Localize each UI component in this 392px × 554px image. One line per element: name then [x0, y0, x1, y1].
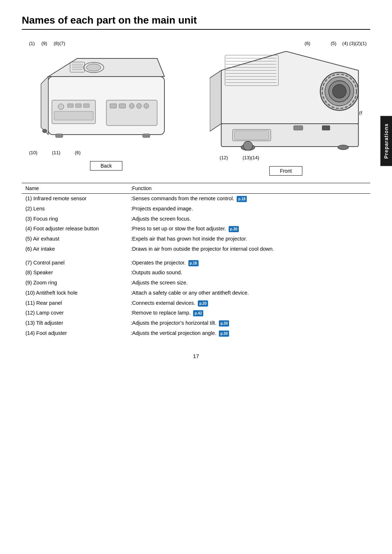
svg-rect-44	[294, 126, 303, 130]
front-projector-svg: (6)	[210, 48, 362, 154]
part-function: :Attach a safety cable or any other anti…	[131, 289, 370, 297]
part-function: :Senses commands from the remote control…	[131, 195, 370, 203]
back-top-annotations: (1) (9) (8)(7)	[22, 41, 191, 46]
anno-1: (1)	[29, 41, 35, 46]
page-ref-badge: p.18	[188, 260, 199, 266]
header-function: :Function	[131, 185, 370, 191]
diagrams-section: (1) (9) (8)(7)	[22, 41, 370, 176]
list-item: (14) Foot adjuster:Adjusts the vertical …	[22, 328, 370, 338]
back-bottom-annotations: (10) (11) (6)	[22, 150, 191, 155]
anno-9: (9)	[41, 41, 47, 46]
part-name: (14) Foot adjuster	[22, 329, 131, 337]
list-item: (7) Control panel:Operates the projector…	[22, 258, 370, 268]
part-function: :Operates the projector. p.18	[131, 259, 370, 267]
page-ref-badge: p.30	[219, 331, 229, 337]
part-name: (4) Foot adjuster release button	[22, 225, 131, 233]
part-name: (1) Infrared remote sensor	[22, 195, 131, 203]
page-ref-badge: p.42	[193, 310, 203, 316]
svg-text:(6): (6)	[359, 110, 362, 115]
svg-point-13	[129, 103, 134, 108]
part-function: :Adjusts the projector’s horizontal tilt…	[131, 319, 370, 327]
front-label-row: Front	[269, 164, 302, 176]
list-item: (8) Speaker:Outputs audio sound.	[22, 268, 370, 278]
list-item: (6) Air intake:Draws in air from outside…	[22, 244, 370, 254]
header-name: Name	[22, 185, 131, 191]
part-function: :Press to set up or stow the foot adjust…	[131, 225, 370, 233]
svg-rect-43	[322, 126, 330, 130]
page-title: Names of each part on the main unit	[22, 15, 370, 30]
page-ref-badge: p.18	[237, 196, 247, 202]
part-name: (2) Lens	[22, 205, 131, 213]
part-function: :Remove to replace lamp. p.42	[131, 309, 370, 317]
part-name: (6) Air intake	[22, 245, 131, 253]
part-name: (11) Rear panel	[22, 299, 131, 307]
part-function: :Connects external devices. p.20	[131, 299, 370, 307]
svg-point-17	[58, 104, 64, 110]
back-button: Back	[90, 161, 122, 171]
anno-4321: (4) (3)(2)(1)	[342, 41, 367, 46]
part-function: :Adjusts the screen size.	[131, 279, 370, 287]
list-item: (4) Foot adjuster release button:Press t…	[22, 224, 370, 234]
list-item: (10) Antitheft lock hole:Attach a safety…	[22, 288, 370, 298]
front-bottom-annotations: (12) (13)(14)	[201, 155, 370, 160]
svg-point-24	[42, 129, 47, 133]
part-function: :Outputs audio sound.	[131, 269, 370, 277]
list-item: (5) Air exhaust:Expels air that has grow…	[22, 234, 370, 244]
list-item: (1) Infrared remote sensor:Senses comman…	[22, 194, 370, 204]
parts-table-header: Name :Function	[22, 183, 370, 194]
parts-section: Name :Function (1) Infrared remote senso…	[22, 183, 370, 338]
svg-rect-12	[119, 104, 126, 108]
svg-rect-11	[110, 104, 117, 108]
svg-rect-19	[75, 104, 81, 107]
part-function: :Adjusts the screen focus.	[131, 215, 370, 223]
part-name: (3) Focus ring	[22, 215, 131, 223]
part-name: (7) Control panel	[22, 259, 131, 267]
svg-marker-37	[210, 70, 221, 131]
part-name: (12) Lamp cover	[22, 309, 131, 317]
back-projector-svg	[34, 48, 179, 149]
page-ref-badge: p.20	[198, 300, 208, 307]
part-name: (9) Zoom ring	[22, 279, 131, 287]
list-item: (9) Zoom ring:Adjusts the screen size.	[22, 278, 370, 288]
svg-point-49	[243, 141, 252, 150]
list-item: (3) Focus ring:Adjusts the screen focus.	[22, 214, 370, 224]
page-number: 17	[22, 353, 370, 359]
anno-11: (11)	[52, 150, 60, 155]
front-button: Front	[269, 166, 302, 176]
svg-rect-18	[68, 104, 73, 107]
front-diagram: (6) (5) (4) (3)(2)(1)	[201, 41, 370, 176]
part-function: :Projects expanded image.	[131, 205, 370, 213]
anno-1314: (13)(14)	[242, 155, 259, 160]
svg-marker-2	[41, 77, 48, 135]
list-item: (13) Tilt adjuster:Adjusts the projector…	[22, 318, 370, 328]
svg-point-4	[86, 64, 101, 71]
anno-6f: (6)	[305, 41, 310, 46]
svg-rect-20	[83, 104, 89, 107]
svg-marker-1	[48, 58, 164, 77]
anno-87: (8)(7)	[54, 41, 65, 46]
part-function: :Expels air that has grown hot inside th…	[131, 235, 370, 243]
front-top-annotations: (6) (5) (4) (3)(2)(1)	[201, 41, 370, 46]
anno-5f: (5)	[331, 41, 336, 46]
anno-12f: (12)	[220, 155, 228, 160]
part-name: (10) Antitheft lock hole	[22, 289, 131, 297]
back-diagram: (1) (9) (8)(7)	[22, 41, 191, 176]
svg-point-14	[136, 103, 142, 108]
svg-rect-48	[234, 131, 269, 140]
svg-point-15	[144, 103, 149, 108]
part-name: (13) Tilt adjuster	[22, 319, 131, 327]
part-function: :Adjusts the vertical projection angle. …	[131, 329, 370, 337]
svg-point-46	[338, 145, 348, 150]
page-ref-badge: p.30	[229, 226, 239, 232]
anno-10: (10)	[29, 150, 37, 155]
list-item: (11) Rear panel:Connects external device…	[22, 298, 370, 308]
side-tab: Preparations	[380, 116, 392, 166]
anno-6b: (6)	[75, 150, 81, 155]
part-function: :Draws in air from outside the projector…	[131, 245, 370, 253]
back-label-row: Back	[90, 159, 122, 171]
svg-point-41	[332, 85, 346, 98]
list-item: (2) Lens:Projects expanded image.	[22, 204, 370, 214]
svg-rect-22	[56, 134, 63, 138]
parts-list: (1) Infrared remote sensor:Senses comman…	[22, 194, 370, 338]
list-item: (12) Lamp cover:Remove to replace lamp. …	[22, 308, 370, 318]
